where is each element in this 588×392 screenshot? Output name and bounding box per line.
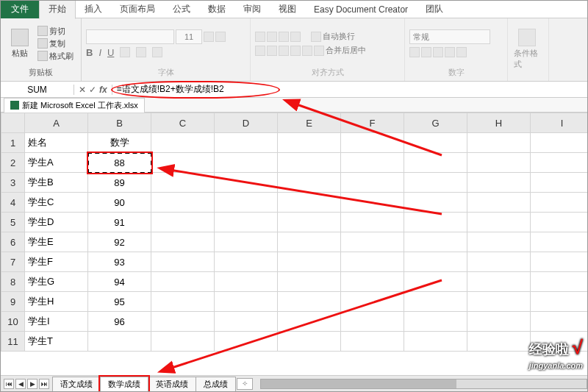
cell[interactable] [151, 312, 215, 332]
cell[interactable] [278, 292, 341, 312]
cell[interactable]: 姓名 [25, 133, 88, 153]
tab-team[interactable]: 团队 [417, 0, 452, 18]
indent-dec-icon[interactable] [290, 46, 301, 56]
sheet-nav-first[interactable]: ⏮ [4, 379, 14, 389]
cell[interactable] [341, 173, 404, 193]
file-tab[interactable]: 文件 [1, 1, 39, 18]
cell[interactable] [467, 213, 531, 232]
sheet-nav-prev[interactable]: ◀ [15, 379, 26, 389]
font-size-combo[interactable]: 11 [176, 29, 202, 44]
cell[interactable] [278, 213, 341, 232]
align-right-icon[interactable] [279, 46, 289, 56]
dec-decimal-icon[interactable] [456, 47, 467, 57]
cell[interactable] [215, 272, 278, 292]
cell[interactable] [341, 312, 404, 332]
col-header[interactable]: B [88, 113, 151, 133]
fx-button[interactable]: fx [99, 85, 107, 95]
copy-button[interactable]: 复制 [37, 38, 74, 49]
cell[interactable]: 89 [88, 173, 151, 193]
fill-color-icon[interactable] [136, 47, 146, 57]
cell[interactable] [467, 133, 531, 153]
cell[interactable] [88, 332, 151, 352]
cell[interactable] [467, 332, 531, 352]
sheet-nav-last[interactable]: ⏭ [39, 379, 49, 389]
underline-button[interactable]: U [107, 47, 114, 58]
inc-decimal-icon[interactable] [445, 47, 455, 57]
col-header[interactable]: A [25, 113, 88, 133]
tab-view[interactable]: 视图 [270, 0, 305, 18]
cell[interactable] [531, 312, 589, 332]
cell[interactable]: 学生F [25, 252, 88, 272]
cell[interactable] [151, 272, 215, 292]
sheet-tab-active[interactable]: 数学成绩 [100, 377, 148, 391]
cell[interactable] [531, 213, 589, 232]
col-header[interactable]: F [341, 113, 404, 133]
cell[interactable] [404, 272, 467, 292]
percent-icon[interactable] [421, 47, 431, 57]
cell[interactable] [467, 252, 531, 272]
cell[interactable] [404, 193, 467, 213]
cell[interactable]: 学生T [25, 332, 88, 352]
cell[interactable] [404, 252, 467, 272]
cell[interactable]: 92 [88, 232, 151, 252]
select-all-corner[interactable] [1, 113, 25, 133]
shrink-font-icon[interactable] [215, 32, 226, 42]
format-painter-button[interactable]: 格式刷 [37, 51, 74, 62]
cell[interactable]: 学生G [25, 272, 88, 292]
merge-center-button[interactable]: 合并后居中 [326, 45, 366, 56]
row-header[interactable]: 1 [1, 133, 25, 153]
scrollbar-thumb[interactable] [261, 379, 456, 388]
cell[interactable] [404, 232, 467, 252]
cell[interactable] [278, 252, 341, 272]
cell[interactable] [467, 193, 531, 213]
cell[interactable] [341, 153, 404, 173]
sheet-tab[interactable]: 总成绩 [196, 377, 236, 391]
align-center-icon[interactable] [267, 46, 277, 56]
cell[interactable]: 91 [88, 213, 151, 232]
row-header[interactable]: 5 [1, 213, 25, 232]
wrap-text-button[interactable]: 自动换行 [323, 31, 355, 42]
cell[interactable] [531, 292, 589, 312]
cell-selected[interactable]: 88 [88, 153, 151, 173]
cell[interactable] [215, 332, 278, 352]
cell[interactable] [341, 292, 404, 312]
cell[interactable] [404, 332, 467, 352]
font-name-combo[interactable] [86, 29, 174, 44]
align-left-icon[interactable] [255, 46, 265, 56]
cell[interactable] [151, 193, 215, 213]
col-header[interactable]: E [278, 113, 341, 133]
cell[interactable] [467, 292, 531, 312]
cell[interactable] [467, 232, 531, 252]
cell[interactable] [404, 312, 467, 332]
cell[interactable] [215, 213, 278, 232]
col-header[interactable]: G [404, 113, 467, 133]
cell[interactable] [341, 252, 404, 272]
cell[interactable] [341, 133, 404, 153]
cell[interactable] [341, 193, 404, 213]
orientation-icon[interactable] [290, 32, 301, 42]
cell[interactable] [278, 272, 341, 292]
cell[interactable]: 94 [88, 272, 151, 292]
formula-input[interactable]: =语文成绩!B2+数学成绩!B2 [112, 83, 587, 96]
tab-review[interactable]: 审阅 [234, 0, 270, 18]
cell[interactable] [341, 332, 404, 352]
paste-button[interactable]: 粘贴 [5, 27, 35, 60]
col-header[interactable]: D [215, 113, 278, 133]
cell[interactable] [278, 153, 341, 173]
italic-button[interactable]: I [98, 47, 101, 58]
row-header[interactable]: 9 [1, 292, 25, 312]
grow-font-icon[interactable] [204, 32, 214, 42]
cell[interactable] [215, 153, 278, 173]
tab-insert[interactable]: 插入 [76, 0, 111, 18]
workbook-file-tab[interactable]: 新建 Microsoft Excel 工作表.xlsx [4, 98, 145, 113]
cell[interactable] [404, 173, 467, 193]
sheet-tab[interactable]: 语文成绩 [52, 377, 101, 391]
cell[interactable]: 学生E [25, 232, 88, 252]
cell[interactable] [151, 332, 215, 352]
row-header[interactable]: 10 [1, 312, 25, 332]
cell[interactable] [278, 312, 341, 332]
align-bottom-icon[interactable] [279, 32, 289, 42]
cell[interactable] [467, 153, 531, 173]
cell[interactable] [151, 252, 215, 272]
row-header[interactable]: 7 [1, 252, 25, 272]
